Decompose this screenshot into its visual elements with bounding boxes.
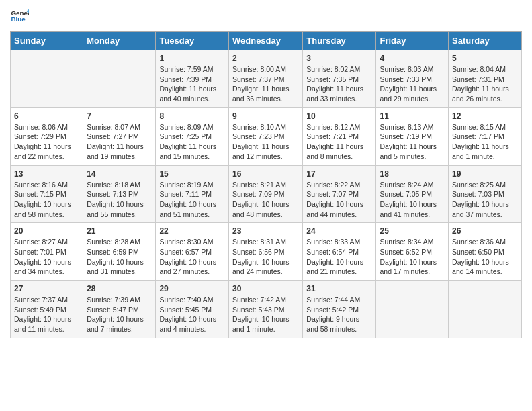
day-content: Sunrise: 8:07 AM Sunset: 7:27 PM Dayligh… <box>87 122 152 162</box>
day-content: Sunrise: 8:13 AM Sunset: 7:19 PM Dayligh… <box>380 122 445 162</box>
day-number: 23 <box>232 226 299 236</box>
day-number: 12 <box>452 111 518 121</box>
day-number: 27 <box>14 284 79 293</box>
page-header: General Blue <box>10 7 522 26</box>
calendar-cell: 20Sunrise: 8:27 AM Sunset: 7:01 PM Dayli… <box>11 223 83 281</box>
day-content: Sunrise: 7:39 AM Sunset: 5:47 PM Dayligh… <box>87 295 152 334</box>
calendar-cell: 1Sunrise: 7:59 AM Sunset: 7:39 PM Daylig… <box>156 50 229 108</box>
day-content: Sunrise: 8:10 AM Sunset: 7:23 PM Dayligh… <box>232 122 299 162</box>
day-content: Sunrise: 7:44 AM Sunset: 5:42 PM Dayligh… <box>306 295 372 334</box>
day-content: Sunrise: 8:03 AM Sunset: 7:33 PM Dayligh… <box>380 64 445 104</box>
calendar-day-header: Monday <box>83 32 156 50</box>
calendar-cell: 19Sunrise: 8:25 AM Sunset: 7:03 PM Dayli… <box>449 165 522 223</box>
calendar-day-header: Friday <box>376 32 449 50</box>
calendar-cell: 27Sunrise: 7:37 AM Sunset: 5:49 PM Dayli… <box>11 281 83 338</box>
logo: General Blue <box>10 7 29 26</box>
day-content: Sunrise: 8:16 AM Sunset: 7:15 PM Dayligh… <box>14 180 79 220</box>
day-content: Sunrise: 7:59 AM Sunset: 7:39 PM Dayligh… <box>159 64 225 104</box>
calendar-week-row: 20Sunrise: 8:27 AM Sunset: 7:01 PM Dayli… <box>11 223 522 281</box>
calendar-cell: 13Sunrise: 8:16 AM Sunset: 7:15 PM Dayli… <box>11 165 83 223</box>
day-number: 28 <box>87 284 152 293</box>
calendar-cell: 15Sunrise: 8:19 AM Sunset: 7:11 PM Dayli… <box>156 165 229 223</box>
day-number: 14 <box>87 169 152 179</box>
day-number: 29 <box>159 284 225 293</box>
day-number: 11 <box>380 111 445 121</box>
calendar-cell: 10Sunrise: 8:12 AM Sunset: 7:21 PM Dayli… <box>303 107 376 165</box>
day-content: Sunrise: 7:42 AM Sunset: 5:43 PM Dayligh… <box>232 295 299 334</box>
day-number: 13 <box>14 169 79 179</box>
calendar-cell: 22Sunrise: 8:30 AM Sunset: 6:57 PM Dayli… <box>156 223 229 281</box>
day-number: 3 <box>306 54 372 63</box>
day-content: Sunrise: 8:22 AM Sunset: 7:07 PM Dayligh… <box>306 180 372 220</box>
day-number: 18 <box>380 169 445 179</box>
day-number: 2 <box>232 54 299 63</box>
day-content: Sunrise: 8:25 AM Sunset: 7:03 PM Dayligh… <box>452 180 518 220</box>
day-content: Sunrise: 8:27 AM Sunset: 7:01 PM Dayligh… <box>14 237 79 277</box>
calendar-cell: 29Sunrise: 7:40 AM Sunset: 5:45 PM Dayli… <box>156 281 229 338</box>
calendar-cell: 5Sunrise: 8:04 AM Sunset: 7:31 PM Daylig… <box>449 50 522 108</box>
calendar-cell: 28Sunrise: 7:39 AM Sunset: 5:47 PM Dayli… <box>83 281 156 338</box>
logo-icon: General Blue <box>10 7 29 26</box>
day-content: Sunrise: 8:30 AM Sunset: 6:57 PM Dayligh… <box>159 237 225 277</box>
calendar-day-header: Saturday <box>449 32 522 50</box>
day-content: Sunrise: 8:04 AM Sunset: 7:31 PM Dayligh… <box>452 64 518 104</box>
calendar-day-header: Sunday <box>11 32 83 50</box>
day-content: Sunrise: 7:40 AM Sunset: 5:45 PM Dayligh… <box>159 295 225 334</box>
day-number: 9 <box>232 111 299 121</box>
calendar-week-row: 13Sunrise: 8:16 AM Sunset: 7:15 PM Dayli… <box>11 165 522 223</box>
day-number: 10 <box>306 111 372 121</box>
calendar-day-header: Wednesday <box>228 32 302 50</box>
calendar-cell: 25Sunrise: 8:34 AM Sunset: 6:52 PM Dayli… <box>376 223 449 281</box>
calendar-cell: 16Sunrise: 8:21 AM Sunset: 7:09 PM Dayli… <box>228 165 302 223</box>
calendar-body: 1Sunrise: 7:59 AM Sunset: 7:39 PM Daylig… <box>11 50 522 338</box>
svg-text:Blue: Blue <box>11 15 26 23</box>
calendar-cell: 7Sunrise: 8:07 AM Sunset: 7:27 PM Daylig… <box>83 107 156 165</box>
day-number: 6 <box>14 111 79 121</box>
day-number: 21 <box>87 226 152 236</box>
calendar-cell: 17Sunrise: 8:22 AM Sunset: 7:07 PM Dayli… <box>303 165 376 223</box>
calendar-week-row: 1Sunrise: 7:59 AM Sunset: 7:39 PM Daylig… <box>11 50 522 108</box>
day-number: 30 <box>232 284 299 293</box>
day-content: Sunrise: 8:06 AM Sunset: 7:29 PM Dayligh… <box>14 122 79 162</box>
day-number: 26 <box>452 226 518 236</box>
calendar-cell: 2Sunrise: 8:00 AM Sunset: 7:37 PM Daylig… <box>228 50 302 108</box>
day-content: Sunrise: 8:15 AM Sunset: 7:17 PM Dayligh… <box>452 122 518 162</box>
calendar-week-row: 27Sunrise: 7:37 AM Sunset: 5:49 PM Dayli… <box>11 281 522 338</box>
day-content: Sunrise: 8:28 AM Sunset: 6:59 PM Dayligh… <box>87 237 152 277</box>
calendar-day-header: Tuesday <box>156 32 229 50</box>
calendar-cell: 23Sunrise: 8:31 AM Sunset: 6:56 PM Dayli… <box>228 223 302 281</box>
day-content: Sunrise: 8:18 AM Sunset: 7:13 PM Dayligh… <box>87 180 152 220</box>
calendar-cell: 30Sunrise: 7:42 AM Sunset: 5:43 PM Dayli… <box>228 281 302 338</box>
calendar-cell: 24Sunrise: 8:33 AM Sunset: 6:54 PM Dayli… <box>303 223 376 281</box>
day-number: 8 <box>159 111 225 121</box>
calendar-header-row: SundayMondayTuesdayWednesdayThursdayFrid… <box>11 32 522 50</box>
day-number: 16 <box>232 169 299 179</box>
day-number: 20 <box>14 226 79 236</box>
day-content: Sunrise: 8:19 AM Sunset: 7:11 PM Dayligh… <box>159 180 225 220</box>
day-content: Sunrise: 8:12 AM Sunset: 7:21 PM Dayligh… <box>306 122 372 162</box>
calendar-table: SundayMondayTuesdayWednesdayThursdayFrid… <box>10 31 522 338</box>
day-number: 5 <box>452 54 518 63</box>
day-content: Sunrise: 8:21 AM Sunset: 7:09 PM Dayligh… <box>232 180 299 220</box>
day-number: 25 <box>380 226 445 236</box>
day-number: 31 <box>306 284 372 293</box>
calendar-cell: 3Sunrise: 8:02 AM Sunset: 7:35 PM Daylig… <box>303 50 376 108</box>
calendar-cell <box>83 50 156 108</box>
day-content: Sunrise: 8:00 AM Sunset: 7:37 PM Dayligh… <box>232 64 299 104</box>
day-number: 4 <box>380 54 445 63</box>
calendar-cell <box>449 281 522 338</box>
day-content: Sunrise: 8:31 AM Sunset: 6:56 PM Dayligh… <box>232 237 299 277</box>
day-content: Sunrise: 8:36 AM Sunset: 6:50 PM Dayligh… <box>452 237 518 277</box>
day-content: Sunrise: 8:02 AM Sunset: 7:35 PM Dayligh… <box>306 64 372 104</box>
calendar-cell: 21Sunrise: 8:28 AM Sunset: 6:59 PM Dayli… <box>83 223 156 281</box>
day-number: 19 <box>452 169 518 179</box>
day-number: 7 <box>87 111 152 121</box>
calendar-cell: 31Sunrise: 7:44 AM Sunset: 5:42 PM Dayli… <box>303 281 376 338</box>
day-content: Sunrise: 8:09 AM Sunset: 7:25 PM Dayligh… <box>159 122 225 162</box>
day-number: 24 <box>306 226 372 236</box>
calendar-cell: 26Sunrise: 8:36 AM Sunset: 6:50 PM Dayli… <box>449 223 522 281</box>
day-number: 17 <box>306 169 372 179</box>
calendar-cell: 4Sunrise: 8:03 AM Sunset: 7:33 PM Daylig… <box>376 50 449 108</box>
calendar-cell: 12Sunrise: 8:15 AM Sunset: 7:17 PM Dayli… <box>449 107 522 165</box>
day-number: 1 <box>159 54 225 63</box>
